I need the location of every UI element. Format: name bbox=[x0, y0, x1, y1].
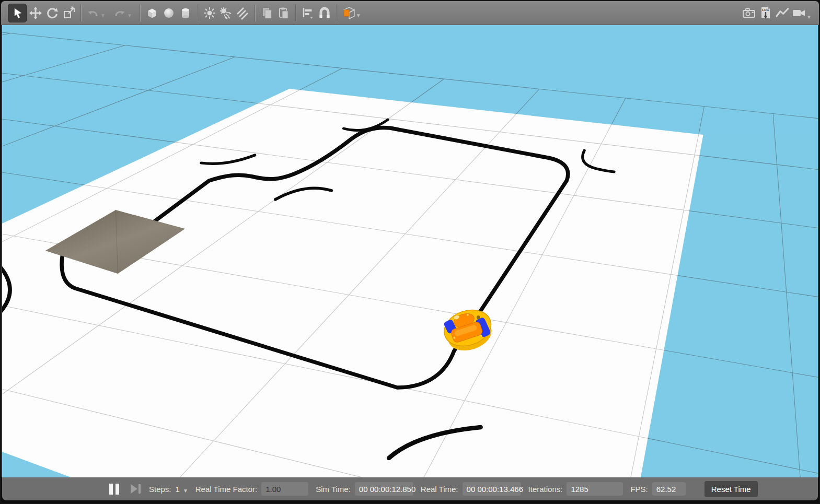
orange-box-icon bbox=[341, 6, 356, 20]
iterations-label: Iterations: bbox=[528, 485, 563, 494]
record-video-button[interactable] bbox=[791, 4, 807, 22]
move-arrows-icon bbox=[29, 6, 42, 20]
reset-time-button[interactable]: Reset Time bbox=[704, 481, 758, 497]
copy-icon bbox=[260, 6, 274, 20]
toolbar-separator bbox=[140, 5, 141, 21]
cylinder-icon bbox=[179, 6, 192, 20]
statusbar-frame: Steps: 1 ▼ Real Time Factor: 1.00 Sim Ti… bbox=[1, 477, 819, 504]
undo-arrow-icon bbox=[86, 6, 100, 20]
select-tool-button[interactable] bbox=[8, 4, 27, 22]
copy-button[interactable] bbox=[259, 4, 275, 22]
spot-light-button[interactable] bbox=[218, 4, 234, 22]
insert-box-button[interactable] bbox=[144, 4, 160, 22]
gazebo-window: ▼ ▼ bbox=[0, 0, 820, 504]
sim-time-field[interactable]: 00 00:00:12.850 bbox=[355, 482, 413, 496]
spot-light-icon bbox=[219, 6, 234, 20]
scale-tool-button[interactable] bbox=[61, 4, 77, 22]
iterations-field[interactable]: 1285 bbox=[567, 482, 623, 496]
paste-button[interactable] bbox=[276, 4, 292, 22]
rotate-arrows-icon bbox=[45, 6, 59, 20]
toolbar-separator bbox=[336, 5, 337, 21]
redo-history-dropdown[interactable]: ▼ bbox=[127, 13, 132, 18]
record-video-dropdown[interactable]: ▼ bbox=[806, 15, 812, 20]
plot-line-icon bbox=[775, 6, 790, 20]
pause-button[interactable] bbox=[109, 484, 119, 495]
log-file-icon: LOG bbox=[759, 6, 772, 20]
fps-field[interactable]: 62.52 bbox=[652, 482, 686, 496]
statusbar: Steps: 1 ▼ Real Time Factor: 1.00 Sim Ti… bbox=[2, 477, 818, 500]
scene-canvas[interactable] bbox=[2, 25, 818, 477]
toolbar-separator bbox=[80, 5, 82, 21]
rtf-field[interactable]: 1.00 bbox=[261, 482, 308, 496]
paste-icon bbox=[277, 6, 291, 20]
directional-light-icon bbox=[236, 6, 250, 20]
toolbar-separator bbox=[255, 5, 256, 21]
screenshot-button[interactable] bbox=[741, 4, 757, 22]
iterations-value: 1285 bbox=[571, 485, 588, 494]
insert-cylinder-button[interactable] bbox=[178, 4, 193, 22]
align-icon bbox=[301, 6, 315, 20]
magnet-icon bbox=[317, 6, 332, 20]
steps-value: 1 bbox=[176, 485, 180, 494]
steps-label: Steps: bbox=[149, 485, 171, 494]
real-time-label: Real Time: bbox=[421, 485, 458, 494]
toolbar-separator bbox=[295, 5, 296, 21]
plot-button[interactable] bbox=[775, 4, 790, 22]
real-time-field[interactable]: 00 00:00:13.466 bbox=[463, 482, 521, 496]
sphere-icon bbox=[162, 6, 176, 20]
rotate-tool-button[interactable] bbox=[44, 4, 60, 22]
sim-time-value: 00 00:00:12.850 bbox=[359, 485, 415, 494]
rtf-label: Real Time Factor: bbox=[195, 485, 257, 494]
log-icon-text: LOG bbox=[762, 8, 769, 11]
insert-shape-button[interactable] bbox=[341, 4, 356, 22]
undo-history-dropdown[interactable]: ▼ bbox=[100, 13, 106, 18]
undo-button[interactable] bbox=[85, 4, 101, 22]
rtf-value: 1.00 bbox=[265, 485, 281, 494]
scale-box-icon bbox=[62, 6, 76, 20]
translate-tool-button[interactable] bbox=[28, 4, 43, 22]
step-forward-icon-bar bbox=[138, 484, 141, 494]
fps-label: FPS: bbox=[630, 485, 648, 494]
cube-icon bbox=[145, 6, 159, 20]
redo-arrow-icon bbox=[113, 6, 126, 20]
steps-dropdown[interactable]: ▼ bbox=[183, 488, 188, 494]
video-camera-icon bbox=[791, 6, 807, 20]
point-light-button[interactable] bbox=[202, 4, 217, 22]
cursor-arrow-icon bbox=[11, 7, 24, 19]
pause-icon bbox=[116, 484, 119, 495]
step-button[interactable] bbox=[131, 484, 141, 494]
point-light-icon bbox=[203, 6, 216, 20]
directional-light-button[interactable] bbox=[235, 4, 251, 22]
fps-value: 62.52 bbox=[656, 485, 676, 494]
real-time-value: 00 00:00:13.466 bbox=[467, 485, 523, 494]
snap-button[interactable] bbox=[317, 4, 332, 22]
camera-icon bbox=[742, 6, 756, 20]
pause-icon bbox=[109, 484, 113, 495]
toolbar-separator bbox=[197, 5, 198, 21]
step-forward-icon bbox=[131, 484, 137, 494]
log-record-button[interactable]: LOG bbox=[758, 4, 773, 22]
insert-sphere-button[interactable] bbox=[161, 4, 177, 22]
render-viewport[interactable] bbox=[1, 25, 819, 477]
align-button[interactable] bbox=[300, 4, 316, 22]
sim-time-label: Sim Time: bbox=[316, 485, 351, 494]
toolbar: ▼ ▼ bbox=[1, 1, 819, 25]
redo-button[interactable] bbox=[112, 4, 128, 22]
insert-shape-dropdown[interactable]: ▼ bbox=[356, 13, 361, 18]
